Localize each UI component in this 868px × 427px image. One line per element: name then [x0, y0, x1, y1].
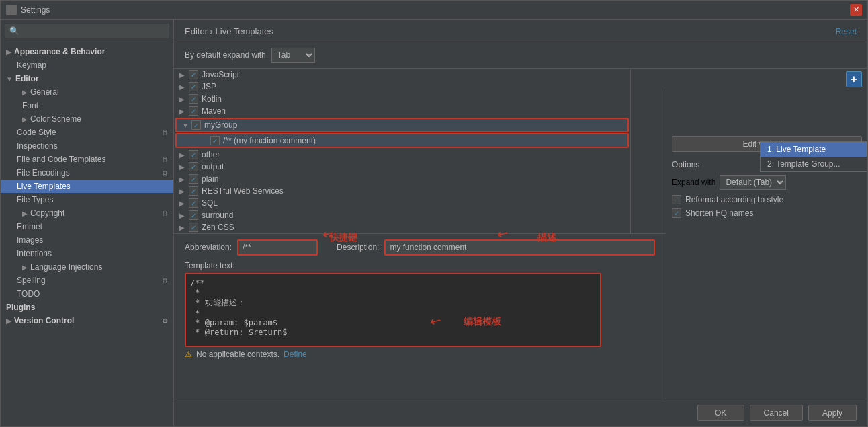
template-body-area: /** * * 功能描述： * * @param: $param$ * @ret…	[185, 273, 655, 347]
tree-item-kotlin[interactable]: ▶ ✓ Kotlin	[174, 93, 630, 105]
tree-label: surround	[202, 210, 233, 220]
tree-label: Kotlin	[202, 94, 222, 104]
dropdown-item-livetemplate[interactable]: 1. Live Template	[761, 142, 867, 157]
tree-label: JavaScript	[202, 70, 239, 79]
checkbox-sql[interactable]: ✓	[189, 198, 198, 208]
tree-label: RESTful Web Services	[202, 186, 284, 196]
sidebar-label: Code Style	[17, 128, 56, 137]
tree-item-surround[interactable]: ▶ ✓ surround	[174, 209, 630, 221]
checkbox-plain[interactable]: ✓	[189, 174, 198, 184]
template-textarea[interactable]: /** * * 功能描述： * * @param: $param$ * @ret…	[185, 273, 601, 347]
checkbox-surround[interactable]: ✓	[189, 210, 198, 220]
sidebar-item-spelling[interactable]: Spelling ⚙	[1, 274, 173, 287]
shorten-checkbox[interactable]: ✓	[672, 208, 681, 218]
cancel-button[interactable]: Cancel	[750, 405, 803, 421]
sidebar-label: Images	[17, 235, 43, 245]
expand-bar: By default expand with Tab Enter Space	[174, 42, 867, 69]
sidebar-item-plugins[interactable]: Plugins	[1, 301, 173, 314]
reformat-row: Reformat according to style	[672, 195, 862, 204]
sidebar-item-font[interactable]: Font	[1, 99, 173, 112]
checkbox-maven[interactable]: ✓	[189, 106, 198, 116]
ok-button[interactable]: OK	[697, 405, 744, 421]
checkbox-zencss[interactable]: ✓	[189, 223, 198, 232]
sidebar-item-copyright[interactable]: ▶ Copyright ⚙	[1, 206, 173, 220]
sidebar-item-editor[interactable]: ▼ Editor	[1, 72, 173, 85]
main-content: ▶ ✓ JavaScript ▶ ✓ JSP ▶ ✓ Kotlin	[174, 69, 867, 399]
sidebar-item-appearance[interactable]: ▶ Appearance & Behavior	[1, 45, 173, 59]
expand-icon: ▶	[179, 71, 189, 79]
shorten-label: Shorten FQ names	[685, 208, 753, 218]
sidebar-label: Spelling	[17, 276, 46, 285]
tree-item-javascript[interactable]: ▶ ✓ JavaScript	[174, 69, 630, 81]
expand-icon: ▶	[179, 163, 189, 171]
sidebar-item-languageinjections[interactable]: ▶ Language Injections	[1, 260, 173, 274]
tree-item-sql[interactable]: ▶ ✓ SQL	[174, 197, 630, 209]
sidebar-item-intentions[interactable]: Intentions	[1, 247, 173, 260]
tree-item-myfunctioncomment[interactable]: ✓ /** (my function comment)	[175, 133, 629, 148]
search-input[interactable]	[22, 26, 165, 36]
sidebar-label: File and Code Templates	[17, 155, 106, 164]
tree-item-restful[interactable]: ▶ ✓ RESTful Web Services	[174, 185, 630, 197]
abbrev-row: Abbreviation: Description:	[185, 239, 655, 256]
checkbox-restful[interactable]: ✓	[189, 186, 198, 196]
description-input[interactable]	[384, 239, 655, 256]
expand-with-select-options[interactable]: Default (Tab) Tab Enter Space	[720, 175, 786, 190]
left-panel: 🔍 ▶ Appearance & Behavior Keymap ▼ Edito…	[1, 20, 174, 426]
right-header: Editor › Live Templates Reset	[174, 20, 867, 42]
abbrev-label: Abbreviation:	[185, 243, 232, 252]
sidebar-item-images[interactable]: Images	[1, 233, 173, 247]
sidebar-item-inspections[interactable]: Inspections	[1, 139, 173, 153]
checkbox-other[interactable]: ✓	[189, 150, 198, 159]
checkbox-mygroup[interactable]: ✓	[191, 120, 201, 130]
checkbox-kotlin[interactable]: ✓	[189, 94, 198, 104]
define-link[interactable]: Define	[284, 350, 307, 359]
apply-button[interactable]: Apply	[808, 405, 857, 421]
plus-button[interactable]: +	[846, 71, 862, 87]
reformat-checkbox[interactable]	[672, 195, 681, 204]
sidebar-item-todo[interactable]: TODO	[1, 287, 173, 301]
shorten-row: ✓ Shorten FQ names	[672, 208, 862, 218]
tree-label: Zen CSS	[202, 223, 234, 232]
close-button[interactable]: ✕	[850, 4, 862, 16]
sidebar-label: Live Templates	[17, 182, 71, 191]
tree-item-jsp[interactable]: ▶ ✓ JSP	[174, 81, 630, 93]
options-container: Edit variables Options Expand with Defau…	[666, 90, 867, 399]
sidebar-label: Emmet	[17, 222, 42, 231]
sidebar-item-keymap[interactable]: Keymap	[1, 59, 173, 72]
tree-item-plain[interactable]: ▶ ✓ plain	[174, 173, 630, 185]
tree-item-output[interactable]: ▶ ✓ output	[174, 161, 630, 173]
mygroup-container: ▼ ✓ myGroup ✓ /** (my function comment)	[174, 118, 630, 148]
sidebar-item-codestyle[interactable]: Code Style ⚙	[1, 126, 173, 139]
sidebar-item-fileencodings[interactable]: File Encodings ⚙	[1, 166, 173, 180]
tree-label: plain	[202, 174, 218, 184]
sidebar-label: File Encodings	[17, 168, 70, 178]
expand-with-row: Expand with Default (Tab) Tab Enter Spac…	[672, 175, 862, 190]
sidebar-item-livetemplates[interactable]: Live Templates	[1, 180, 173, 193]
sidebar-item-filetypes[interactable]: File Types	[1, 193, 173, 206]
sidebar-item-versioncontrol[interactable]: ▶ Version Control ⚙	[1, 314, 173, 327]
settings-window: Settings ✕ 🔍 ▶ Appearance & Behavior Key…	[0, 0, 868, 427]
sidebar-item-emmet[interactable]: Emmet	[1, 220, 173, 233]
checkbox-myfunctioncomment[interactable]: ✓	[210, 136, 220, 145]
expand-icon: ▶	[22, 210, 28, 217]
expand-with-select[interactable]: Tab Enter Space	[271, 48, 315, 63]
expand-icon: ▶	[179, 212, 189, 219]
checkbox-jsp[interactable]: ✓	[189, 82, 198, 91]
sidebar-label: Language Injections	[30, 262, 102, 272]
sidebar-item-filecodetemplates[interactable]: File and Code Templates ⚙	[1, 153, 173, 166]
tree-item-zencss[interactable]: ▶ ✓ Zen CSS	[174, 221, 630, 233]
sidebar-item-colorscheme[interactable]: ▶ Color Scheme	[1, 112, 173, 126]
checkbox-javascript[interactable]: ✓	[189, 70, 198, 79]
tree-item-mygroup[interactable]: ▼ ✓ myGroup	[175, 118, 629, 132]
sidebar-item-general[interactable]: ▶ General	[1, 85, 173, 99]
tree-item-maven[interactable]: ▶ ✓ Maven	[174, 105, 630, 117]
template-list: ▶ ✓ JavaScript ▶ ✓ JSP ▶ ✓ Kotlin	[174, 69, 631, 233]
expand-with-dropdown-wrap: Default (Tab) Tab Enter Space	[720, 175, 786, 190]
abbreviation-input[interactable]	[237, 239, 318, 256]
sidebar-label: Appearance & Behavior	[14, 47, 105, 56]
tree-item-other[interactable]: ▶ ✓ other	[174, 149, 630, 161]
dropdown-item-templategroup[interactable]: 2. Template Group...	[761, 157, 867, 171]
reset-button[interactable]: Reset	[836, 27, 857, 36]
checkbox-output[interactable]: ✓	[189, 162, 198, 171]
expand-icon: ▶	[179, 151, 189, 159]
